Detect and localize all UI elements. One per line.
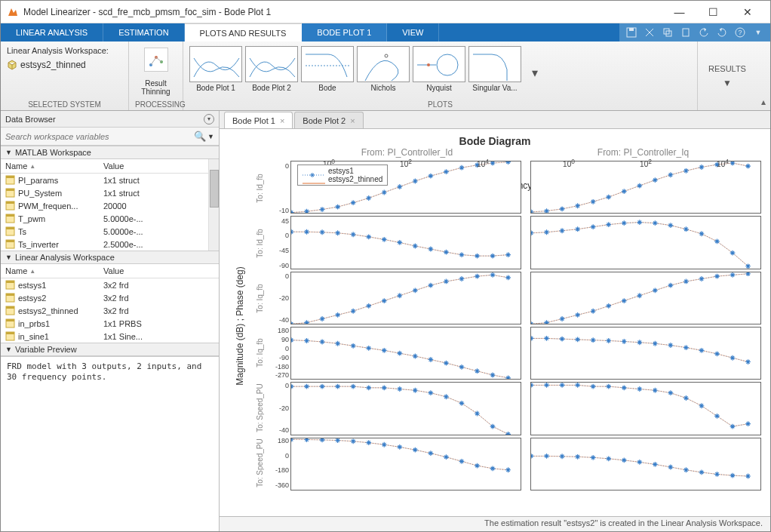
x-tick: 104 (477, 158, 489, 180)
col-value[interactable]: Value (99, 264, 219, 278)
bode-panel-r4-c0[interactable] (290, 382, 521, 435)
ribbon-tabstrip: LINEAR ANALYSISESTIMATIONPLOTS AND RESUL… (1, 23, 770, 42)
variable-preview-header[interactable]: ▼ Variable Preview (1, 343, 219, 356)
col-name[interactable]: Name ▲ (1, 264, 99, 278)
bode-panel-r5-c0[interactable] (290, 438, 521, 490)
table-row[interactable]: estsys2_thinned (1, 304, 99, 317)
table-cell-value: 1x1 Sine... (99, 330, 219, 343)
collapse-icon: ▼ (5, 346, 12, 353)
close-tab-icon[interactable]: × (350, 116, 355, 125)
svg-rect-24 (6, 240, 14, 242)
search-dropdown-icon[interactable]: ▼ (207, 133, 214, 140)
maximize-button[interactable]: ☐ (696, 2, 730, 23)
processing-group-label: PROCESSING (135, 99, 177, 109)
help-dropdown-icon[interactable]: ▼ (751, 26, 766, 39)
save-icon[interactable] (624, 26, 639, 39)
plots-dropdown[interactable]: ▾ (524, 66, 538, 80)
plot-gallery-nyquist[interactable]: Nyquist (413, 46, 465, 92)
bode-panel-r3-c0[interactable] (290, 327, 521, 380)
copy-icon[interactable] (660, 26, 675, 39)
search-icon[interactable]: 🔍 (194, 131, 207, 142)
matlab-workspace-header[interactable]: ▼ MATLAB Workspace (1, 146, 219, 159)
collapse-icon: ▼ (5, 149, 12, 156)
legend[interactable]: estsys1estsys2_thinned (297, 165, 388, 186)
ribbon-tab-estimation[interactable]: ESTIMATION (103, 23, 184, 42)
row-label: To: Speed_PU (256, 383, 264, 432)
table-cell-value: 3x2 frd (99, 304, 219, 317)
table-row[interactable]: in_prbs1 (1, 317, 99, 330)
scrollbar[interactable] (208, 159, 219, 251)
table-cell-value: 5.0000e-... (99, 212, 208, 225)
data-browser-title: Data Browser (5, 115, 204, 124)
y-axis-label: Magnitude (dB) ; Phase (deg) (235, 266, 245, 385)
matlab-icon (7, 6, 19, 18)
table-row[interactable]: PI_params (1, 174, 99, 186)
ribbon-tab-bode-plot-1[interactable]: BODE PLOT 1 (302, 23, 387, 42)
svg-rect-14 (6, 176, 14, 178)
plot-gallery-nichols[interactable]: Nichols (357, 46, 410, 92)
row-label: To: Iq_fb (256, 339, 264, 367)
bode-panel-r4-c1[interactable] (530, 382, 761, 435)
ribbon-tab-plots-and-results[interactable]: PLOTS AND RESULTS (185, 23, 303, 42)
table-row[interactable]: Ts (1, 225, 99, 238)
redo-icon[interactable] (714, 26, 730, 39)
bode-panel-r2-c0[interactable] (290, 272, 521, 324)
paste-icon[interactable] (678, 26, 693, 39)
table-row[interactable]: PU_System (1, 186, 99, 199)
undo-icon[interactable] (696, 26, 711, 39)
svg-rect-18 (6, 201, 14, 204)
result-thinning-button[interactable] (144, 48, 168, 72)
toolstrip: Linear Analysis Workspace: estsys2_thinn… (1, 42, 770, 111)
toolstrip-collapse-icon[interactable]: ▴ (757, 42, 770, 110)
plot-gallery-singular-va-[interactable]: Singular Va... (468, 46, 521, 92)
svg-point-12 (427, 63, 430, 66)
table-row[interactable]: in_sine1 (1, 330, 99, 343)
table-row[interactable]: estsys2 (1, 291, 99, 304)
window-title: Model Linearizer - scd_fre_mcb_pmsm_foc_… (23, 7, 662, 17)
cut-icon[interactable] (642, 26, 657, 39)
result-thinning-label: Result Thinning (135, 79, 177, 96)
bode-panel-r1-c1[interactable] (530, 216, 761, 269)
plot-tab-bode-plot-1[interactable]: Bode Plot 1× (224, 112, 293, 128)
close-tab-icon[interactable]: × (280, 116, 284, 125)
ribbon-tab-view[interactable]: VIEW (387, 23, 439, 42)
table-row[interactable]: PWM_frequen... (1, 199, 99, 212)
help-icon[interactable]: ? (733, 26, 748, 39)
svg-rect-32 (6, 319, 14, 321)
table-row[interactable]: T_pwm (1, 212, 99, 225)
column-header-id: From: PI_Controller_Id (289, 147, 525, 158)
plot-tab-bode-plot-2[interactable]: Bode Plot 2× (294, 112, 363, 128)
selected-system-item[interactable]: estsys2_thinned (7, 58, 86, 72)
table-row[interactable]: Ts_inverter (1, 238, 99, 251)
close-button[interactable]: ✕ (730, 2, 764, 23)
bode-panel-r1-c0[interactable] (290, 216, 521, 269)
bode-panel-r5-c1[interactable] (530, 438, 761, 490)
svg-rect-22 (6, 227, 14, 229)
bode-panel-r3-c1[interactable] (530, 327, 761, 380)
bode-panel-r2-c1[interactable] (530, 272, 761, 324)
table-cell-value: 1x1 struct (99, 174, 208, 186)
results-dropdown-icon: ▼ (723, 78, 732, 88)
table-cell-value: 3x2 frd (99, 278, 219, 291)
matlab-workspace-title: MATLAB Workspace (15, 148, 91, 157)
system-icon (7, 60, 17, 70)
svg-rect-30 (6, 306, 14, 309)
plots-group-label: PLOTS (189, 99, 691, 109)
results-button[interactable]: RESULTS ▼ (698, 42, 757, 110)
plot-gallery-bode[interactable]: Bode (301, 46, 354, 92)
table-cell-value: 2.5000e-... (99, 238, 208, 251)
ribbon-tab-linear-analysis[interactable]: LINEAR ANALYSIS (1, 23, 103, 42)
linear-analysis-workspace-title: Linear Analysis Workspace (15, 253, 115, 262)
col-name[interactable]: Name ▲ (1, 159, 99, 174)
table-cell-value: 3x2 frd (99, 291, 219, 304)
plot-gallery-bode-plot-1[interactable]: Bode Plot 1 (189, 46, 242, 92)
svg-rect-20 (6, 214, 14, 217)
linear-analysis-workspace-header[interactable]: ▼ Linear Analysis Workspace (1, 251, 219, 264)
data-browser-options-icon[interactable]: ▾ (204, 114, 214, 125)
plot-gallery-bode-plot-2[interactable]: Bode Plot 2 (245, 46, 298, 92)
table-row[interactable]: estsys1 (1, 278, 99, 291)
row-label: To: Id_fb (256, 174, 264, 202)
search-input[interactable] (5, 132, 194, 141)
col-value[interactable]: Value (99, 159, 208, 174)
minimize-button[interactable]: — (662, 2, 696, 23)
